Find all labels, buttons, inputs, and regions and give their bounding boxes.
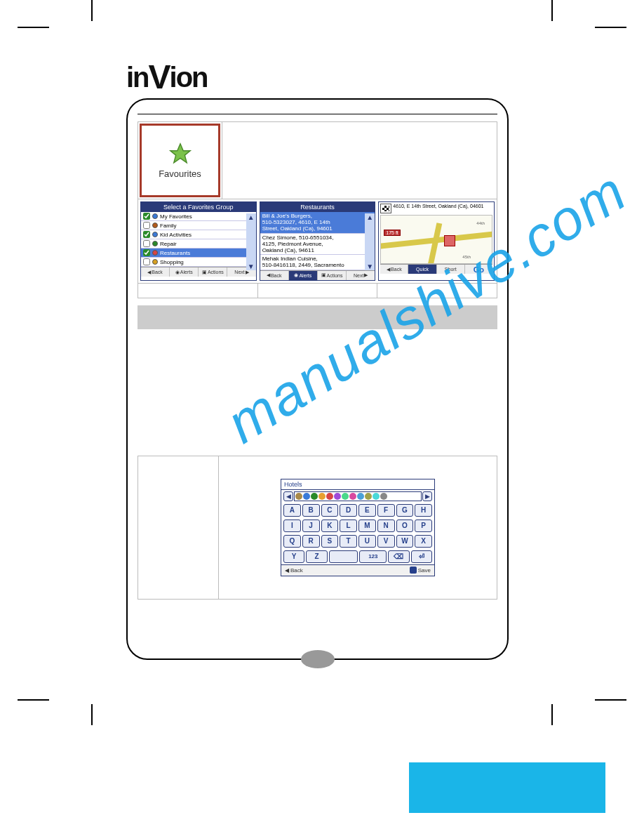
star-icon <box>168 142 192 166</box>
key-o[interactable]: O <box>396 519 414 532</box>
key-y[interactable]: Y <box>283 550 304 563</box>
category-dot-icon <box>152 232 158 237</box>
group-label: Shopping <box>160 259 184 265</box>
category-icon[interactable] <box>334 493 341 500</box>
scroll-down-icon[interactable]: ▼ <box>366 263 373 270</box>
brand-logo: inVion <box>126 56 208 95</box>
key-k[interactable]: K <box>321 519 339 532</box>
group-checkbox[interactable] <box>143 258 150 265</box>
alerts-button[interactable]: ◉ Alerts <box>289 271 318 280</box>
restaurant-item[interactable]: Chez Simone, 510-6551034,4125, Piedmont … <box>260 234 375 256</box>
restaurant-item[interactable]: Bill & Joe's Burgers,510-5323027, 4610, … <box>260 212 375 234</box>
favourites-tile[interactable]: Favourites <box>140 124 220 197</box>
key-numeric[interactable]: 123 <box>359 550 387 563</box>
key-u[interactable]: U <box>358 535 376 548</box>
key-backspace[interactable]: ⌫ <box>388 550 409 563</box>
keyboard-figure-row: Hotels ◀ ▶ ABCDEFGHIJKLMNOPQRSTUVWX Y Z … <box>137 456 497 600</box>
save-icon <box>410 567 417 574</box>
key-v[interactable]: V <box>377 535 395 548</box>
key-m[interactable]: M <box>358 519 376 532</box>
map-canvas[interactable]: 175 ft 44th 45th <box>380 215 492 264</box>
actions-button[interactable]: ▣ Actions <box>318 271 347 280</box>
favorites-group-item[interactable]: Kid Activities <box>141 230 256 239</box>
key-a[interactable]: A <box>283 504 301 517</box>
category-icon[interactable] <box>380 493 387 500</box>
category-dot-icon <box>152 259 158 265</box>
scroll-down-icon[interactable]: ▼ <box>248 263 255 270</box>
back-button[interactable]: ◀ Back <box>260 271 289 280</box>
key-p[interactable]: P <box>415 519 432 532</box>
group-label: Family <box>160 223 177 229</box>
gps-map-view: 4610, E 14th Street, Oakland (Ca), 04601… <box>378 201 495 281</box>
key-b[interactable]: B <box>302 504 320 517</box>
key-n[interactable]: N <box>377 519 395 532</box>
key-i[interactable]: I <box>283 519 301 532</box>
category-icon[interactable] <box>373 493 380 500</box>
key-e[interactable]: E <box>358 504 376 517</box>
group-checkbox[interactable] <box>143 249 150 256</box>
scrollbar[interactable]: ▲▼ <box>365 213 375 270</box>
key-t[interactable]: T <box>340 535 357 548</box>
category-next-button[interactable]: ▶ <box>422 491 432 501</box>
key-z[interactable]: Z <box>306 550 327 563</box>
key-f[interactable]: F <box>377 504 395 517</box>
group-label: Repair <box>160 241 177 247</box>
key-h[interactable]: H <box>415 504 432 517</box>
category-icon[interactable] <box>318 493 326 500</box>
distance-badge: 175 ft <box>384 230 401 236</box>
group-checkbox[interactable] <box>143 222 150 229</box>
short-button[interactable]: Short <box>437 265 465 274</box>
favorites-group-item[interactable]: Family <box>141 221 256 230</box>
scrollbar[interactable]: ▲▼ <box>246 213 256 270</box>
category-icon[interactable] <box>303 493 310 500</box>
key-g[interactable]: G <box>396 504 414 517</box>
manual-page: Favourites Select a Favorites Group My F… <box>126 98 509 660</box>
key-d[interactable]: D <box>340 504 357 517</box>
group-label: My Favorites <box>160 213 192 220</box>
key-w[interactable]: W <box>396 535 414 548</box>
category-icon[interactable] <box>311 493 318 500</box>
actions-button[interactable]: ▣ Actions <box>199 267 227 277</box>
category-icon[interactable] <box>326 493 333 500</box>
restaurant-item[interactable]: Mehak Indian Cuisine,510-8416118, 2449, … <box>260 255 375 270</box>
back-button[interactable]: ◀ Back <box>380 265 408 274</box>
checkered-flag-icon <box>380 204 391 213</box>
screenshots-row: Select a Favorites Group My FavoritesFam… <box>137 199 497 298</box>
key-x[interactable]: X <box>415 535 432 548</box>
gps-select-favorites-group: Select a Favorites Group My FavoritesFam… <box>140 201 257 281</box>
key-l[interactable]: L <box>340 519 357 532</box>
save-button[interactable]: Save <box>406 565 434 576</box>
key-enter[interactable]: ⏎ <box>411 550 432 563</box>
back-button[interactable]: ◀ Back <box>141 267 170 277</box>
group-checkbox[interactable] <box>143 213 150 220</box>
scroll-up-icon[interactable]: ▲ <box>248 213 255 221</box>
favorites-group-item[interactable]: My Favorites <box>141 212 256 221</box>
group-label: Restaurants <box>160 250 190 256</box>
quick-button[interactable]: Quick <box>408 265 436 274</box>
category-icon[interactable] <box>342 493 349 500</box>
category-prev-button[interactable]: ◀ <box>283 491 293 501</box>
favorites-group-item[interactable]: Shopping <box>141 258 256 267</box>
category-icon[interactable] <box>295 493 302 500</box>
group-checkbox[interactable] <box>143 231 150 238</box>
group-checkbox[interactable] <box>143 240 150 247</box>
gps1-title: Select a Favorites Group <box>141 202 256 212</box>
category-icon[interactable] <box>365 493 372 500</box>
alerts-button[interactable]: ◉ Alerts <box>170 267 199 277</box>
category-icons[interactable] <box>294 491 422 501</box>
key-c[interactable]: C <box>321 504 339 517</box>
favorites-group-item[interactable]: Restaurants <box>141 249 256 258</box>
favorites-group-item[interactable]: Repair <box>141 239 256 249</box>
key-j[interactable]: J <box>302 519 320 532</box>
key-q[interactable]: Q <box>283 535 301 548</box>
go-button[interactable]: Go <box>465 265 492 274</box>
category-icon[interactable] <box>357 493 364 500</box>
key-s[interactable]: S <box>321 535 339 548</box>
category-icon[interactable] <box>349 493 356 500</box>
scroll-up-icon[interactable]: ▲ <box>366 213 373 221</box>
gps2-title: Restaurants <box>260 202 375 212</box>
back-button[interactable]: ◀ Back <box>281 565 307 576</box>
key-r[interactable]: R <box>302 535 320 548</box>
group-label: Kid Activities <box>160 232 192 238</box>
next-button[interactable]: Next ▶ <box>347 271 375 280</box>
